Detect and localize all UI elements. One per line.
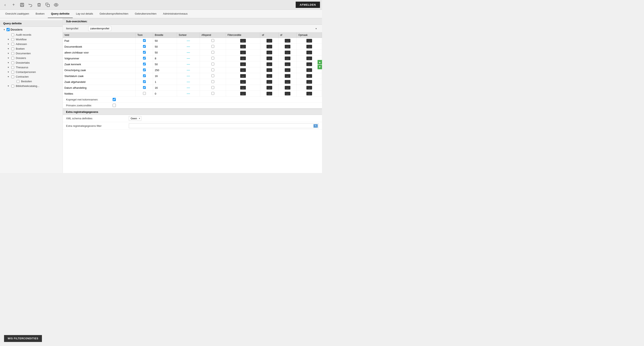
toon-checkbox-7[interactable] xyxy=(143,80,146,83)
toon-checkbox-0[interactable] xyxy=(143,39,146,42)
boeken-checkbox[interactable] xyxy=(11,48,14,50)
sidebar-item-contracten[interactable]: ▼ Contracten xyxy=(4,74,62,79)
copy-icon[interactable] xyxy=(44,2,51,8)
contracten-checkbox[interactable] xyxy=(11,75,14,78)
audit-records-checkbox[interactable] xyxy=(11,34,14,36)
of2-dots-btn-6[interactable]: ... xyxy=(285,74,290,78)
geen-select[interactable]: Geen xyxy=(129,116,141,121)
of2-dots-btn-9[interactable]: ... xyxy=(285,92,290,96)
aflopend-checkbox-5[interactable] xyxy=(212,68,214,71)
toon-checkbox-2[interactable] xyxy=(143,51,146,54)
opmaak-dots-btn-1[interactable]: ... xyxy=(306,45,312,48)
scroll-up-arrow[interactable]: ▲ xyxy=(318,60,322,64)
of1-dots-btn-7[interactable]: ... xyxy=(266,80,272,84)
aflopend-checkbox-6[interactable] xyxy=(212,74,214,77)
add-icon[interactable]: + xyxy=(10,2,16,8)
extra-filter-edit-btn[interactable]: ✎ xyxy=(314,124,318,128)
delete-icon[interactable] xyxy=(36,2,42,8)
filter-dots-btn-7[interactable]: ... xyxy=(240,80,246,84)
aflopend-checkbox-4[interactable] xyxy=(212,62,214,66)
opmaak-dots-btn-8[interactable]: ... xyxy=(306,86,312,90)
aflopend-checkbox-3[interactable] xyxy=(212,57,214,60)
tab-gebruikersrechten[interactable]: Gebruikersrechten xyxy=(132,10,160,18)
tab-gebruikersprofiel[interactable]: Gebruikersprofielrechten xyxy=(96,10,132,18)
filter-dots-btn-4[interactable]: ... xyxy=(240,62,246,66)
save-icon[interactable] xyxy=(19,2,25,8)
of2-dots-btn-0[interactable]: ... xyxy=(285,39,290,42)
of1-dots-btn-5[interactable]: ... xyxy=(266,68,272,72)
of2-dots-btn-1[interactable]: ... xyxy=(285,45,290,48)
sidebar-item-besluiten[interactable]: Besluiten xyxy=(4,79,62,84)
filter-dots-btn-5[interactable]: ... xyxy=(240,68,246,72)
filter-dots-btn-0[interactable]: ... xyxy=(240,39,246,42)
contactpersonen-checkbox[interactable] xyxy=(11,71,14,74)
sidebar-item-audit-records[interactable]: Audit records xyxy=(4,32,62,37)
of1-dots-btn-1[interactable]: ... xyxy=(266,45,272,48)
aflopend-checkbox-9[interactable] xyxy=(212,92,214,95)
of2-dots-btn-3[interactable]: ... xyxy=(285,56,290,60)
tab-admin[interactable]: Administratorniveaus xyxy=(160,10,191,18)
itemprofiel-select[interactable]: zakenitemprofiel xyxy=(88,26,111,31)
toon-checkbox-5[interactable] xyxy=(143,68,146,71)
of1-dots-btn-0[interactable]: ... xyxy=(266,39,272,42)
toon-checkbox-8[interactable] xyxy=(143,86,146,89)
sidebar-item-adressen[interactable]: ▼ Adressen xyxy=(4,42,62,46)
opmaak-dots-btn-2[interactable]: ... xyxy=(306,51,312,54)
of2-dots-btn-5[interactable]: ... xyxy=(285,68,290,72)
aflopend-checkbox-2[interactable] xyxy=(212,51,214,54)
opmaak-dots-btn-3[interactable]: ... xyxy=(306,56,312,60)
sidebar-item-dossiers-root[interactable]: ▼ Dossiers xyxy=(0,27,62,32)
adressen-checkbox[interactable] xyxy=(11,43,14,46)
opmaak-dots-btn-9[interactable]: ... xyxy=(306,92,312,96)
eye-icon[interactable] xyxy=(53,2,59,8)
opmaak-dots-btn-0[interactable]: ... xyxy=(306,39,312,42)
bibliotheekcatalog-checkbox[interactable] xyxy=(11,85,14,88)
toon-checkbox-9[interactable] xyxy=(143,92,146,95)
sidebar-item-dossiertabs[interactable]: ▼ Dossiertabs xyxy=(4,60,62,65)
sidebar-item-dossiers[interactable]: ▼ Dossiers xyxy=(4,56,62,60)
filter-dots-btn-2[interactable]: ... xyxy=(240,51,246,54)
of2-dots-btn-7[interactable]: ... xyxy=(285,80,290,84)
sidebar-item-thesaurus[interactable]: ▼ Thesaurus xyxy=(4,65,62,70)
tab-boeken[interactable]: Boeken xyxy=(32,10,48,18)
back-icon[interactable]: ‹ xyxy=(2,2,8,8)
dossiertabs-checkbox[interactable] xyxy=(11,62,14,64)
toon-checkbox-4[interactable] xyxy=(143,62,146,66)
filter-dots-btn-1[interactable]: ... xyxy=(240,45,246,48)
dossiers-checkbox[interactable] xyxy=(6,28,10,31)
aflopend-checkbox-0[interactable] xyxy=(212,39,214,42)
sidebar-item-boeken[interactable]: ▼ Boeken xyxy=(4,46,62,51)
of2-dots-btn-2[interactable]: ... xyxy=(285,51,290,54)
filter-dots-btn-3[interactable]: ... xyxy=(240,56,246,60)
toon-checkbox-1[interactable] xyxy=(143,45,146,48)
scroll-down-arrow[interactable]: ▼ xyxy=(318,65,322,69)
of1-dots-btn-3[interactable]: ... xyxy=(266,56,272,60)
aflopend-checkbox-7[interactable] xyxy=(212,80,214,83)
opmaak-dots-btn-7[interactable]: ... xyxy=(306,80,312,84)
opmaak-dots-btn-4[interactable]: ... xyxy=(306,62,312,66)
sidebar-item-bibliotheekcatalog[interactable]: ▼ Bibliotheekcatalog... xyxy=(4,84,62,88)
aflopend-checkbox-8[interactable] xyxy=(212,86,214,89)
of1-dots-btn-4[interactable]: ... xyxy=(266,62,272,66)
thesaurus-checkbox[interactable] xyxy=(11,66,14,69)
of2-dots-btn-8[interactable]: ... xyxy=(285,86,290,90)
documenten-checkbox[interactable] xyxy=(11,52,14,55)
sidebar-item-documenten[interactable]: ▼ Documenten xyxy=(4,51,62,56)
filter-dots-btn-9[interactable]: ... xyxy=(240,92,246,96)
of1-dots-btn-8[interactable]: ... xyxy=(266,86,272,90)
sidebar-item-contactpersonen[interactable]: ▼ Contactpersonen xyxy=(4,70,62,74)
of2-dots-btn-4[interactable]: ... xyxy=(285,62,290,66)
toon-checkbox-3[interactable] xyxy=(143,57,146,60)
tab-layout[interactable]: Lay-out details xyxy=(73,10,96,18)
undo-icon[interactable] xyxy=(28,2,34,8)
workflow-checkbox[interactable] xyxy=(11,38,14,41)
primaire-checkbox[interactable] xyxy=(112,104,116,107)
filter-dots-btn-8[interactable]: ... xyxy=(240,86,246,90)
aflopend-checkbox-1[interactable] xyxy=(212,45,214,48)
dossiers-child-checkbox[interactable] xyxy=(11,57,14,60)
toon-checkbox-6[interactable] xyxy=(143,74,146,77)
opmaak-dots-btn-5[interactable]: ... xyxy=(306,68,312,72)
sidebar-item-workflow[interactable]: ▼ Workflow xyxy=(4,37,62,42)
of1-dots-btn-9[interactable]: ... xyxy=(266,92,272,96)
tab-overzicht[interactable]: Overzicht zaaktypen xyxy=(2,10,32,18)
